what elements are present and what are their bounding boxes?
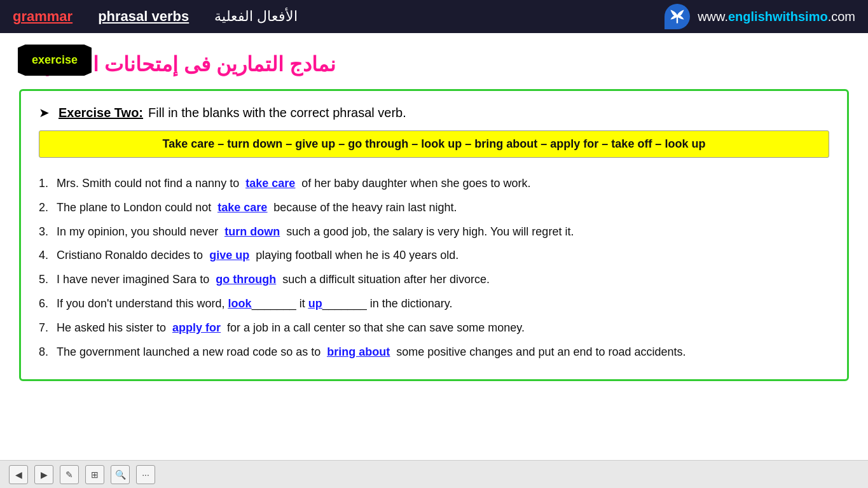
content-area: exercise نمادج التمارين فى إمتحانات القس… xyxy=(0,33,868,460)
website-brand: englishwithsimo xyxy=(728,10,828,24)
word-bank: Take care – turn down – give up – go thr… xyxy=(39,130,829,158)
answer-6b: up xyxy=(308,297,322,310)
toolbar-forward-btn[interactable]: ▶ xyxy=(34,465,53,484)
toolbar-more-btn[interactable]: ··· xyxy=(136,465,155,484)
sentence-7: 7. He asked his sister to apply for for … xyxy=(39,316,829,340)
sentence-number-1: 1. xyxy=(39,172,57,196)
page: grammar phrasal verbs الأفعال الفعلية ww… xyxy=(0,0,868,488)
sentence-number-5: 5. xyxy=(39,268,57,292)
answer-1: take care xyxy=(245,177,295,190)
toolbar-zoom-btn[interactable]: 🔍 xyxy=(111,465,130,484)
sentence-6: 6. If you don't understand this word, lo… xyxy=(39,292,829,316)
sentence-text-6: If you don't understand this word, look_… xyxy=(57,292,829,316)
exercise-badge-label: exercise xyxy=(32,53,78,66)
sentence-number-4: 4. xyxy=(39,244,57,268)
sentence-text-8: The government launched a new road code … xyxy=(57,340,829,365)
header: grammar phrasal verbs الأفعال الفعلية ww… xyxy=(0,0,868,33)
exercise-badge: exercise xyxy=(18,45,92,76)
sentence-text-7: He asked his sister to apply for for a j… xyxy=(57,316,829,340)
toolbar-back-btn[interactable]: ◀ xyxy=(9,465,28,484)
answer-5: go through xyxy=(216,273,276,286)
website-suffix: .com xyxy=(828,10,855,24)
answer-7: apply for xyxy=(172,321,221,334)
sentence-text-2: The plane to London could not take care … xyxy=(57,196,829,220)
sentence-number-2: 2. xyxy=(39,196,57,220)
bird-icon xyxy=(668,8,686,25)
sentence-number-6: 6. xyxy=(39,292,57,316)
sentence-4: 4. Cristiano Ronaldo decides to give up … xyxy=(39,244,829,268)
answer-6a: look xyxy=(228,297,252,310)
phrasal-label: phrasal verbs xyxy=(98,8,189,25)
sentence-number-8: 8. xyxy=(39,340,57,365)
exercise-box: ➤ Exercise Two: Fill in the blanks with … xyxy=(19,89,849,381)
sentence-3: 3. In my opinion, you should never turn … xyxy=(39,220,829,244)
toolbar-edit-btn[interactable]: ✎ xyxy=(60,465,79,484)
toolbar-grid-btn[interactable]: ⊞ xyxy=(85,465,104,484)
grammar-label: grammar xyxy=(13,8,72,25)
sentence-8: 8. The government launched a new road co… xyxy=(39,340,829,365)
answer-8: bring about xyxy=(327,345,390,358)
header-left: grammar phrasal verbs الأفعال الفعلية xyxy=(13,8,298,25)
exercise-title-row: ➤ Exercise Two: Fill in the blanks with … xyxy=(39,105,829,120)
sentence-number-7: 7. xyxy=(39,316,57,340)
sentences-list: 1. Mrs. Smith could not find a nanny to … xyxy=(39,172,829,364)
arabic-label: الأفعال الفعلية xyxy=(214,8,298,25)
website-text: www.englishwithsimo.com xyxy=(698,10,855,24)
answer-3: turn down xyxy=(224,225,280,238)
exercise-title-label: Exercise Two: xyxy=(59,106,143,120)
header-right: www.englishwithsimo.com xyxy=(665,4,855,29)
sentence-text-4: Cristiano Ronaldo decides to give up pla… xyxy=(57,244,829,268)
arabic-title: نمادج التمارين فى إمتحانات القسم xyxy=(19,52,849,76)
website-prefix: www. xyxy=(698,10,728,24)
sentence-2: 2. The plane to London could not take ca… xyxy=(39,196,829,220)
logo-icon xyxy=(665,4,690,29)
answer-4: give up xyxy=(209,249,249,261)
bottom-toolbar: ◀ ▶ ✎ ⊞ 🔍 ··· xyxy=(0,460,868,488)
sentence-5: 5. I have never imagined Sara to go thro… xyxy=(39,268,829,292)
exercise-title-text: Fill in the blanks with the correct phra… xyxy=(148,106,406,120)
sentence-1: 1. Mrs. Smith could not find a nanny to … xyxy=(39,172,829,196)
sentence-number-3: 3. xyxy=(39,220,57,244)
sentence-text-1: Mrs. Smith could not find a nanny to tak… xyxy=(57,172,829,196)
arrow-icon: ➤ xyxy=(39,105,50,120)
sentence-text-5: I have never imagined Sara to go through… xyxy=(57,268,829,292)
sentence-text-3: In my opinion, you should never turn dow… xyxy=(57,220,829,244)
answer-2: take care xyxy=(217,201,267,214)
